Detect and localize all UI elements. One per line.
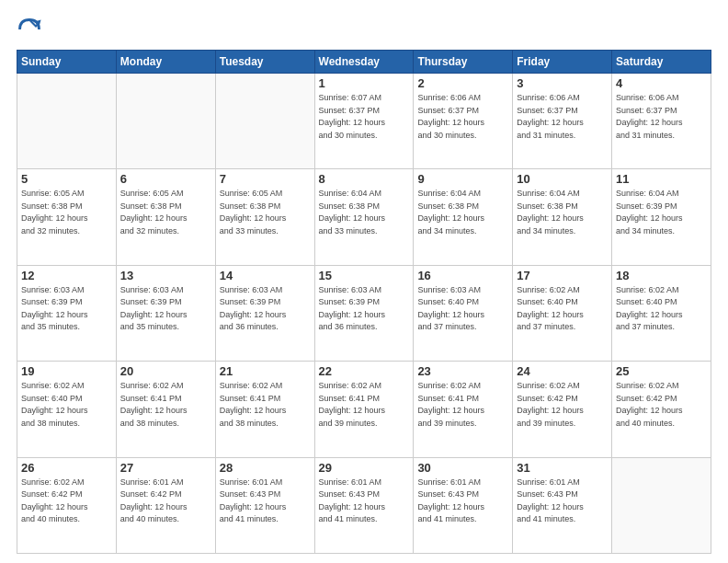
day-info: Sunrise: 6:03 AM Sunset: 6:39 PM Dayligh…: [319, 284, 410, 334]
day-info: Sunrise: 6:02 AM Sunset: 6:42 PM Dayligh…: [21, 477, 112, 526]
week-row-1: 1Sunrise: 6:07 AM Sunset: 6:37 PM Daylig…: [17, 74, 711, 169]
calendar-cell: 16Sunrise: 6:03 AM Sunset: 6:40 PM Dayli…: [414, 265, 513, 361]
day-info: Sunrise: 6:01 AM Sunset: 6:42 PM Dayligh…: [120, 477, 211, 526]
calendar-cell: 29Sunrise: 6:01 AM Sunset: 6:43 PM Dayli…: [314, 457, 414, 553]
day-info: Sunrise: 6:01 AM Sunset: 6:43 PM Dayligh…: [417, 477, 508, 526]
header: [17, 17, 711, 42]
calendar-cell: 19Sunrise: 6:02 AM Sunset: 6:40 PM Dayli…: [17, 362, 117, 457]
calendar-cell: 13Sunrise: 6:03 AM Sunset: 6:39 PM Dayli…: [116, 265, 215, 361]
day-info: Sunrise: 6:02 AM Sunset: 6:40 PM Dayligh…: [517, 284, 608, 334]
calendar-cell: 7Sunrise: 6:05 AM Sunset: 6:38 PM Daylig…: [215, 169, 314, 265]
calendar-cell: 21Sunrise: 6:02 AM Sunset: 6:41 PM Dayli…: [215, 362, 314, 457]
day-info: Sunrise: 6:02 AM Sunset: 6:40 PM Dayligh…: [21, 380, 112, 430]
day-number: 30: [417, 461, 508, 475]
calendar-cell: 3Sunrise: 6:06 AM Sunset: 6:37 PM Daylig…: [513, 74, 612, 169]
day-info: Sunrise: 6:04 AM Sunset: 6:39 PM Dayligh…: [616, 188, 707, 237]
calendar-cell: 12Sunrise: 6:03 AM Sunset: 6:39 PM Dayli…: [17, 265, 117, 361]
calendar-cell: 20Sunrise: 6:02 AM Sunset: 6:41 PM Dayli…: [116, 362, 215, 457]
calendar-cell: 22Sunrise: 6:02 AM Sunset: 6:41 PM Dayli…: [314, 362, 414, 457]
col-header-thursday: Thursday: [414, 51, 513, 74]
day-info: Sunrise: 6:02 AM Sunset: 6:41 PM Dayligh…: [417, 380, 508, 430]
day-number: 19: [21, 364, 112, 378]
calendar-cell: 18Sunrise: 6:02 AM Sunset: 6:40 PM Dayli…: [612, 265, 711, 361]
day-number: 9: [417, 172, 508, 186]
calendar-cell: [17, 74, 117, 169]
day-info: Sunrise: 6:03 AM Sunset: 6:39 PM Dayligh…: [220, 284, 311, 334]
calendar-cell: [116, 74, 215, 169]
col-header-wednesday: Wednesday: [314, 51, 414, 74]
calendar-cell: 11Sunrise: 6:04 AM Sunset: 6:39 PM Dayli…: [612, 169, 711, 265]
day-info: Sunrise: 6:02 AM Sunset: 6:42 PM Dayligh…: [616, 380, 707, 430]
day-number: 2: [417, 76, 508, 90]
day-number: 28: [220, 461, 311, 475]
calendar-cell: 23Sunrise: 6:02 AM Sunset: 6:41 PM Dayli…: [414, 362, 513, 457]
calendar-cell: 30Sunrise: 6:01 AM Sunset: 6:43 PM Dayli…: [414, 457, 513, 553]
calendar-cell: 1Sunrise: 6:07 AM Sunset: 6:37 PM Daylig…: [314, 74, 414, 169]
day-info: Sunrise: 6:05 AM Sunset: 6:38 PM Dayligh…: [220, 188, 311, 237]
calendar-cell: 26Sunrise: 6:02 AM Sunset: 6:42 PM Dayli…: [17, 457, 117, 553]
calendar-cell: 28Sunrise: 6:01 AM Sunset: 6:43 PM Dayli…: [215, 457, 314, 553]
day-number: 16: [417, 269, 508, 282]
day-number: 23: [417, 364, 508, 378]
week-row-2: 5Sunrise: 6:05 AM Sunset: 6:38 PM Daylig…: [17, 169, 711, 265]
calendar-cell: 17Sunrise: 6:02 AM Sunset: 6:40 PM Dayli…: [513, 265, 612, 361]
day-info: Sunrise: 6:07 AM Sunset: 6:37 PM Dayligh…: [319, 92, 410, 142]
day-info: Sunrise: 6:06 AM Sunset: 6:37 PM Dayligh…: [417, 92, 508, 142]
calendar-cell: 31Sunrise: 6:01 AM Sunset: 6:43 PM Dayli…: [513, 457, 612, 553]
header-row: SundayMondayTuesdayWednesdayThursdayFrid…: [17, 51, 711, 74]
day-info: Sunrise: 6:01 AM Sunset: 6:43 PM Dayligh…: [319, 477, 410, 526]
day-number: 15: [319, 269, 410, 282]
day-number: 27: [120, 461, 211, 475]
day-number: 26: [21, 461, 112, 475]
day-info: Sunrise: 6:05 AM Sunset: 6:38 PM Dayligh…: [21, 188, 112, 237]
day-number: 7: [220, 172, 311, 186]
day-number: 22: [319, 364, 410, 378]
day-info: Sunrise: 6:05 AM Sunset: 6:38 PM Dayligh…: [120, 188, 211, 237]
col-header-sunday: Sunday: [17, 51, 117, 74]
calendar-table: SundayMondayTuesdayWednesdayThursdayFrid…: [17, 50, 711, 554]
calendar-cell: 5Sunrise: 6:05 AM Sunset: 6:38 PM Daylig…: [17, 169, 117, 265]
week-row-4: 19Sunrise: 6:02 AM Sunset: 6:40 PM Dayli…: [17, 362, 711, 457]
day-number: 24: [517, 364, 608, 378]
day-info: Sunrise: 6:02 AM Sunset: 6:41 PM Dayligh…: [220, 380, 311, 430]
calendar-cell: 10Sunrise: 6:04 AM Sunset: 6:38 PM Dayli…: [513, 169, 612, 265]
day-info: Sunrise: 6:03 AM Sunset: 6:40 PM Dayligh…: [417, 284, 508, 334]
day-info: Sunrise: 6:06 AM Sunset: 6:37 PM Dayligh…: [616, 92, 707, 142]
day-info: Sunrise: 6:06 AM Sunset: 6:37 PM Dayligh…: [517, 92, 608, 142]
day-info: Sunrise: 6:01 AM Sunset: 6:43 PM Dayligh…: [517, 477, 608, 526]
day-number: 12: [21, 269, 112, 282]
week-row-5: 26Sunrise: 6:02 AM Sunset: 6:42 PM Dayli…: [17, 457, 711, 553]
day-info: Sunrise: 6:04 AM Sunset: 6:38 PM Dayligh…: [517, 188, 608, 237]
day-number: 31: [517, 461, 608, 475]
day-info: Sunrise: 6:01 AM Sunset: 6:43 PM Dayligh…: [220, 477, 311, 526]
col-header-monday: Monday: [116, 51, 215, 74]
calendar-cell: 4Sunrise: 6:06 AM Sunset: 6:37 PM Daylig…: [612, 74, 711, 169]
calendar-cell: 25Sunrise: 6:02 AM Sunset: 6:42 PM Dayli…: [612, 362, 711, 457]
day-info: Sunrise: 6:02 AM Sunset: 6:40 PM Dayligh…: [616, 284, 707, 334]
day-info: Sunrise: 6:03 AM Sunset: 6:39 PM Dayligh…: [21, 284, 112, 334]
day-number: 14: [220, 269, 311, 282]
calendar-cell: 6Sunrise: 6:05 AM Sunset: 6:38 PM Daylig…: [116, 169, 215, 265]
day-info: Sunrise: 6:02 AM Sunset: 6:41 PM Dayligh…: [120, 380, 211, 430]
day-number: 17: [517, 269, 608, 282]
page: SundayMondayTuesdayWednesdayThursdayFrid…: [0, 0, 728, 563]
day-info: Sunrise: 6:04 AM Sunset: 6:38 PM Dayligh…: [417, 188, 508, 237]
day-number: 8: [319, 172, 410, 186]
col-header-friday: Friday: [513, 51, 612, 74]
calendar-cell: 14Sunrise: 6:03 AM Sunset: 6:39 PM Dayli…: [215, 265, 314, 361]
day-number: 13: [120, 269, 211, 282]
day-number: 3: [517, 76, 608, 90]
week-row-3: 12Sunrise: 6:03 AM Sunset: 6:39 PM Dayli…: [17, 265, 711, 361]
calendar-cell: 15Sunrise: 6:03 AM Sunset: 6:39 PM Dayli…: [314, 265, 414, 361]
day-info: Sunrise: 6:02 AM Sunset: 6:41 PM Dayligh…: [319, 380, 410, 430]
logo-icon: [17, 17, 42, 42]
day-number: 1: [319, 76, 410, 90]
day-number: 6: [120, 172, 211, 186]
day-number: 10: [517, 172, 608, 186]
day-number: 20: [120, 364, 211, 378]
calendar-cell: 27Sunrise: 6:01 AM Sunset: 6:42 PM Dayli…: [116, 457, 215, 553]
day-number: 29: [319, 461, 410, 475]
day-info: Sunrise: 6:02 AM Sunset: 6:42 PM Dayligh…: [517, 380, 608, 430]
calendar-cell: 8Sunrise: 6:04 AM Sunset: 6:38 PM Daylig…: [314, 169, 414, 265]
day-info: Sunrise: 6:03 AM Sunset: 6:39 PM Dayligh…: [120, 284, 211, 334]
